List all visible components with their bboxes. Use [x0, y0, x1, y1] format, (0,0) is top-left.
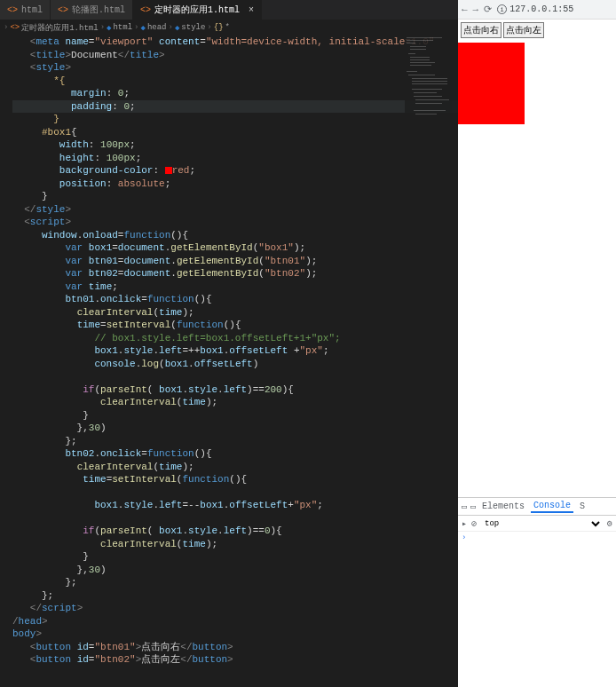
color-swatch-icon [165, 167, 172, 174]
tab-label: 定时器的应用1.html [154, 4, 240, 16]
devtools: ▭ ▭ Elements Console S ▸ ⊘ top › [458, 497, 616, 687]
html-icon: <> [7, 5, 18, 15]
reload-icon[interactable]: ⟳ [484, 4, 492, 15]
tab-elements[interactable]: Elements [479, 501, 527, 512]
console-context-bar: ▸ ⊘ top [458, 516, 616, 532]
tab-console[interactable]: Console [531, 500, 573, 513]
crumb-head[interactable]: head [147, 23, 167, 32]
tab-sources[interactable]: S [577, 501, 588, 512]
forward-icon[interactable]: → [473, 4, 479, 15]
btn-right[interactable]: 点击向右 [461, 22, 501, 38]
console-prompt: › [462, 533, 466, 542]
html-icon: <> [58, 5, 68, 15]
btn-left[interactable]: 点击向左 [503, 22, 544, 38]
tab-lunbo[interactable]: <>轮播图.html [51, 0, 133, 20]
settings-icon[interactable] [607, 518, 612, 529]
crumb-style[interactable]: style [181, 23, 205, 32]
selector-icon: {} [214, 23, 224, 32]
minimap[interactable] [405, 36, 458, 195]
tab-html[interactable]: <>html [0, 0, 51, 20]
crumb-file[interactable]: 定时器的应用1.html [21, 22, 98, 34]
info-icon: i [497, 4, 507, 14]
devtools-tabbar: ▭ ▭ Elements Console S [458, 498, 616, 516]
context-select[interactable]: top [481, 518, 603, 529]
tab-label: 轮播图.html [72, 4, 125, 16]
chevron-right-icon: › [4, 23, 8, 32]
browser-preview: ← → ⟳ i 127.0.0.1:55 点击向右 点击向左 [458, 0, 616, 497]
browser-toolbar: ← → ⟳ i 127.0.0.1:55 [458, 0, 616, 20]
inspect-icon[interactable]: ▭ [462, 501, 467, 512]
url-text: 127.0.0.1:55 [509, 4, 573, 14]
device-toggle-icon[interactable]: ▭ [470, 501, 476, 512]
code-editor[interactable]: <meta name="viewport" content="width=dev… [0, 36, 458, 687]
tab-label: html [21, 5, 43, 15]
html-icon: <> [10, 23, 20, 32]
tag-icon: ◆ [175, 23, 179, 33]
sidebar-toggle-icon[interactable]: ▸ [462, 518, 467, 529]
red-box [458, 43, 525, 124]
close-icon[interactable]: × [249, 5, 254, 15]
clear-console-icon[interactable]: ⊘ [471, 518, 477, 529]
console-body[interactable]: › [458, 532, 616, 544]
tag-icon: ◆ [107, 23, 111, 33]
crumb-selector[interactable]: * [225, 23, 230, 32]
back-icon[interactable]: ← [462, 4, 468, 15]
address-bar[interactable]: i 127.0.0.1:55 [497, 4, 612, 14]
tag-icon: ◆ [140, 23, 145, 33]
tab-dingshi[interactable]: <>定时器的应用1.html× [133, 0, 262, 20]
crumb-html[interactable]: html [113, 23, 132, 32]
html-icon: <> [140, 5, 151, 15]
